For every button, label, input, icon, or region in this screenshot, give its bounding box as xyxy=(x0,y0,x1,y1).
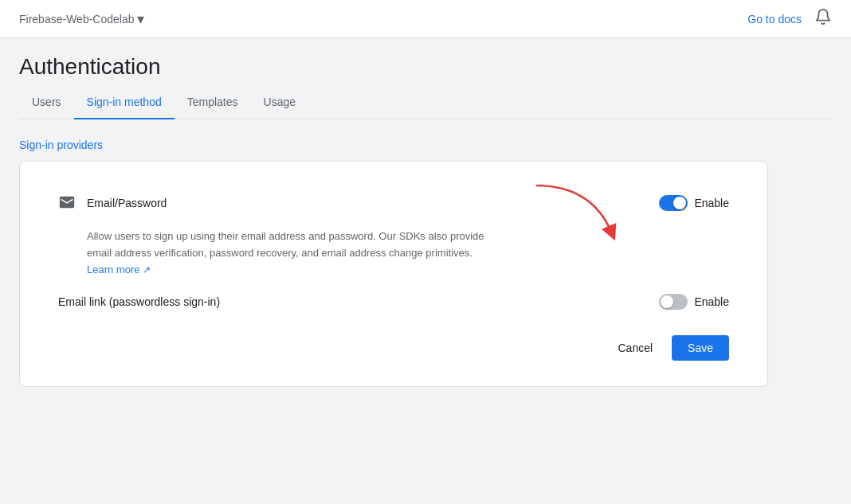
tab-sign-in-method[interactable]: Sign-in method xyxy=(74,86,175,119)
email-password-toggle-group: Enable xyxy=(659,195,729,211)
email-icon xyxy=(58,193,77,213)
email-link-toggle-group: Enable xyxy=(659,294,729,310)
cancel-button[interactable]: Cancel xyxy=(605,335,665,361)
card-actions: Cancel Save xyxy=(58,335,729,361)
email-password-toggle[interactable] xyxy=(659,195,688,211)
main-content: Authentication Users Sign-in method Temp… xyxy=(0,38,851,504)
page-title: Authentication xyxy=(19,38,832,86)
email-link-toggle[interactable] xyxy=(659,294,688,310)
card-section: Sign-in providers xyxy=(19,119,832,406)
section-title: Sign-in providers xyxy=(19,139,832,151)
email-password-description: Allow users to sign up using their email… xyxy=(87,229,501,278)
save-button[interactable]: Save xyxy=(672,335,729,361)
external-link-icon: ↗ xyxy=(143,264,151,275)
topbar: Firebase-Web-Codelab ▾ Go to docs xyxy=(0,0,851,38)
go-to-docs-link[interactable]: Go to docs xyxy=(747,13,802,25)
email-password-row: Email/Password Enable xyxy=(58,193,729,213)
email-link-row: Email link (passwordless sign-in) Enable xyxy=(58,294,729,310)
email-password-toggle-label: Enable xyxy=(694,197,729,209)
tabs-bar: Users Sign-in method Templates Usage xyxy=(19,86,832,119)
topbar-left: Firebase-Web-Codelab ▾ xyxy=(19,10,144,28)
providers-card: Email/Password Enable Allow users to sig… xyxy=(19,161,768,387)
email-link-name: Email link (passwordless sign-in) xyxy=(58,295,659,308)
email-link-toggle-label: Enable xyxy=(694,295,729,308)
email-password-name: Email/Password xyxy=(87,197,659,209)
topbar-right: Go to docs xyxy=(747,8,832,29)
dropdown-icon[interactable]: ▾ xyxy=(137,10,144,28)
tab-usage[interactable]: Usage xyxy=(251,86,308,119)
learn-more-link[interactable]: Learn more ↗ xyxy=(87,264,151,275)
project-name: Firebase-Web-Codelab xyxy=(19,13,134,25)
arrow-annotation xyxy=(528,178,624,249)
bell-icon[interactable] xyxy=(814,8,832,29)
tab-templates[interactable]: Templates xyxy=(175,86,251,119)
tab-users[interactable]: Users xyxy=(19,86,74,119)
